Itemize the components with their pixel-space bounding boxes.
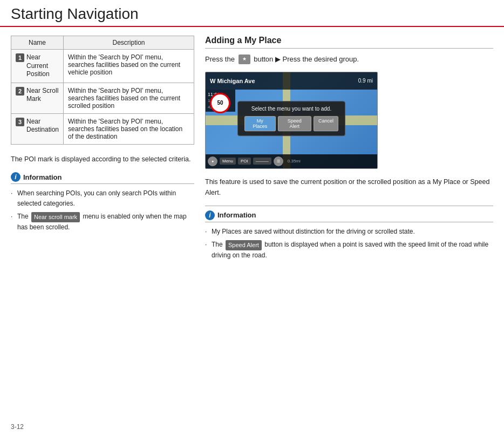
row-name-3: NearDestination (26, 118, 59, 134)
row-label-1: 1 Near CurrentPosition (16, 53, 59, 79)
add-place-desc-1: Press the (205, 55, 235, 63)
nav-dialog-text: Select the menu you want to add. (244, 106, 338, 112)
row-number-1: 1 (16, 53, 24, 62)
row-label-2: 2 Near ScrollMark (16, 87, 59, 104)
right-info-header: i Information (205, 210, 493, 222)
left-column: Name Description 1 Near CurrentPosition … (11, 36, 194, 265)
row-number-3: 3 (16, 118, 24, 126)
nav-bottom-bar: ● Menu POI ——— ☰ 0.35mi (206, 154, 377, 168)
right-info-bullet-1: My Places are saved without distinction … (205, 227, 493, 237)
info-body: When searching POIs, you can only search… (11, 186, 194, 232)
right-info-title: Information (217, 211, 256, 219)
page-header: Starting Navigation (0, 0, 504, 27)
nav-distance: 0.9 mi (358, 78, 373, 84)
my-places-button[interactable]: My Places (244, 116, 276, 131)
table-header-desc: Description (64, 36, 194, 50)
right-info-box: i Information My Places are saved withou… (205, 206, 493, 261)
info-header: i Information (11, 172, 194, 184)
row-number-2: 2 (16, 87, 24, 96)
nav-distance-label: 0.35mi (288, 159, 301, 164)
page-title: Starting Navigation (11, 5, 493, 23)
info-icon: i (11, 172, 21, 182)
page-number: 3-12 (11, 423, 24, 431)
table-row: 1 Near CurrentPosition Within the 'Searc… (11, 50, 194, 83)
nav-extra-circle: ☰ (274, 156, 283, 166)
cancel-button[interactable]: Cancel (314, 116, 338, 131)
table-header-name: Name (11, 36, 64, 50)
add-place-description: Press the ★ button ▶ Press the desired g… (205, 54, 493, 65)
nav-item-extra[interactable]: ——— (253, 158, 271, 165)
row-name-2: Near ScrollMark (26, 87, 58, 104)
section-title: Adding a My Place (205, 36, 493, 49)
poi-mark-text: The POI mark is displayed according to t… (11, 154, 194, 165)
speed-alert-badge: Speed Alert (226, 240, 262, 250)
nav-item-poi[interactable]: POI (238, 158, 251, 165)
nav-dialog: Select the menu you want to add. My Plac… (237, 101, 345, 136)
row-name-1: Near CurrentPosition (26, 53, 59, 79)
info-bullet-2: The Near scroll mark menu is enabled onl… (11, 212, 194, 232)
poi-table: Name Description 1 Near CurrentPosition … (11, 36, 194, 145)
nav-menu-circle: ● (208, 156, 217, 166)
right-column: Adding a My Place Press the ★ button ▶ P… (205, 36, 493, 265)
info-title: Information (23, 173, 62, 181)
row-label-3: 3 NearDestination (16, 118, 59, 134)
left-info-box: i Information When searching POIs, you c… (11, 172, 194, 232)
speed-alert-button[interactable]: Speed Alert (278, 116, 311, 131)
right-info-icon: i (205, 210, 215, 220)
row-desc-1: Within the 'Search by POI' menu, searche… (64, 50, 194, 83)
add-place-desc-2: button ▶ Press the desired group. (254, 55, 359, 63)
right-info-bullet-2: The Speed Alert button is displayed when… (205, 240, 493, 260)
nav-screen: W Michigan Ave 0.9 mi 11:02 13:17 42.9 5… (205, 72, 378, 169)
nav-item-menu[interactable]: Menu (220, 158, 236, 165)
feature-desc: This feature is used to save the current… (205, 176, 493, 198)
right-info-body: My Places are saved without distinction … (205, 224, 493, 261)
speed-limit-box: 50 (210, 93, 230, 113)
nav-dialog-buttons: My Places Speed Alert Cancel (244, 116, 338, 131)
info-bullet-1: When searching POIs, you can only search… (11, 188, 194, 208)
near-scroll-mark-badge: Near scroll mark (31, 212, 80, 222)
row-desc-3: Within the 'Search by POI' menu, searche… (64, 113, 194, 144)
table-row: 2 Near ScrollMark Within the 'Search by … (11, 83, 194, 113)
row-desc-2: Within the 'Search by POI' menu, searche… (64, 83, 194, 113)
table-row: 3 NearDestination Within the 'Search by … (11, 113, 194, 144)
nav-button-icon: ★ (239, 54, 250, 64)
nav-top-bar: W Michigan Ave 0.9 mi (206, 72, 377, 90)
nav-street-name: W Michigan Ave (210, 78, 255, 84)
main-content: Name Description 1 Near CurrentPosition … (0, 27, 504, 271)
